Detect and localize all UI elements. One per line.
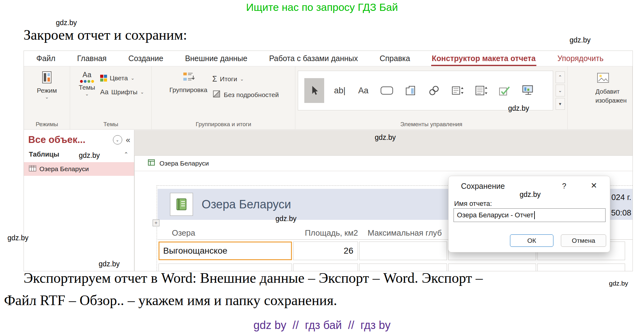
gdz-watermark: gdz.by bbox=[7, 234, 29, 242]
layout-move-handle-icon[interactable]: + bbox=[153, 220, 159, 226]
instruction-line-2: Файл RTF – Обзор.. – укажем имя и папку … bbox=[4, 292, 337, 309]
gdz-watermark: gdz.by bbox=[99, 260, 120, 268]
cell-lake-name[interactable]: Выгонощанское bbox=[159, 242, 292, 260]
grouping-icon bbox=[182, 71, 195, 85]
report-time-fragment: 50:08 bbox=[611, 208, 631, 218]
table-icon bbox=[29, 165, 36, 173]
column-header-depth[interactable]: Максимальная глуб bbox=[368, 228, 442, 238]
nav-item-label: Озера Беларуси bbox=[39, 165, 89, 173]
shutter-bar-close-icon[interactable]: « bbox=[126, 135, 130, 145]
fonts-icon: Аа bbox=[100, 88, 109, 96]
themes-icon: Аа bbox=[80, 71, 94, 83]
report-name-label: Имя отчета: bbox=[454, 200, 492, 208]
close-icon[interactable]: ✕ bbox=[591, 181, 597, 190]
report-icon bbox=[148, 159, 155, 168]
themes-button-label: Темы bbox=[79, 84, 95, 91]
controls-scroll-up-icon[interactable]: ⌃ bbox=[556, 71, 565, 83]
gdz-watermark: gdz.by bbox=[56, 19, 77, 27]
gdz-watermark: gdz.by bbox=[79, 151, 100, 160]
document-tab[interactable]: Озера Беларуси bbox=[135, 156, 633, 171]
report-left-boundary bbox=[157, 185, 157, 271]
nav-item-lakes-table[interactable]: Озера Беларуси bbox=[24, 162, 134, 176]
hide-details-button[interactable]: Без подробностей bbox=[210, 89, 280, 100]
ribbon-group-grouping: Группировка Σ Итоги ⌄ Без подробност bbox=[152, 66, 295, 129]
ribbon-group-controls: ab| Aa bbox=[295, 66, 567, 129]
colors-button[interactable]: Цвета ⌄ bbox=[98, 74, 146, 82]
group-label-views: Режимы bbox=[24, 121, 70, 128]
cancel-button[interactable]: Отмена bbox=[561, 234, 606, 247]
cell-empty[interactable] bbox=[537, 264, 625, 271]
document-tab-label: Озера Беларуси bbox=[159, 160, 209, 167]
totals-button-label: Итоги bbox=[220, 75, 237, 83]
select-cursor-icon[interactable] bbox=[304, 78, 324, 103]
report-logo-icon[interactable] bbox=[170, 193, 193, 216]
column-header-area[interactable]: Площадь, км2 bbox=[294, 228, 358, 238]
combobox-icon[interactable] bbox=[449, 76, 466, 105]
textbox-icon[interactable]: ab| bbox=[332, 76, 348, 105]
page: Ищите нас по запросу ГДЗ Бай gdz.by gdz.… bbox=[0, 0, 644, 333]
cell-empty[interactable] bbox=[359, 242, 447, 260]
text-cursor bbox=[534, 211, 535, 219]
insert-image-button[interactable]: Добавит изображен bbox=[593, 69, 630, 120]
report-date-fragment: 024 г. bbox=[611, 193, 631, 202]
totals-button[interactable]: Σ Итоги ⌄ bbox=[210, 74, 280, 84]
ribbon-group-themes: Аа Темы ⌄ Цвета ⌄ Аа bbox=[70, 66, 152, 129]
chart-icon[interactable] bbox=[520, 76, 536, 105]
ribbon-tab-report-layout-design[interactable]: Конструктор макета отчета bbox=[431, 51, 536, 66]
fonts-button[interactable]: Аа Шрифты ⌄ bbox=[98, 87, 146, 97]
gdz-watermark: gdz.by bbox=[508, 104, 529, 113]
ribbon-tab-create[interactable]: Создание bbox=[128, 51, 164, 66]
report-title[interactable]: Озера Беларуси bbox=[202, 198, 291, 211]
ribbon-tab-external-data[interactable]: Внешние данные bbox=[184, 51, 248, 66]
chevron-down-icon: ⌄ bbox=[131, 76, 135, 80]
help-icon[interactable]: ? bbox=[562, 182, 566, 190]
hide-details-icon bbox=[212, 90, 221, 100]
nav-pane-title: Все объек... bbox=[28, 134, 85, 145]
view-icon bbox=[40, 71, 54, 86]
promo-banner: Ищите нас по запросу ГДЗ Бай bbox=[0, 1, 644, 13]
collapse-icon: ⌃ bbox=[124, 151, 128, 158]
label-icon[interactable]: Aa bbox=[355, 76, 371, 105]
ribbon-tab-database-tools[interactable]: Работа с базами данных bbox=[268, 51, 358, 66]
tab-control-icon[interactable] bbox=[402, 76, 418, 105]
cell-area-value[interactable]: 26 bbox=[293, 242, 358, 260]
group-label-controls: Элементы управления bbox=[295, 121, 567, 128]
instruction-line-1: Экспортируем отчет в Word: Внешние данны… bbox=[24, 270, 483, 286]
column-header-lake[interactable]: Озера bbox=[172, 228, 195, 238]
ribbon: Режим ⌄ Режимы Аа Темы ⌄ bbox=[24, 66, 633, 130]
gdz-watermark: gdz.by bbox=[570, 36, 591, 44]
page-title: Закроем отчет и сохраним: bbox=[24, 27, 187, 43]
chevron-down-icon: ⌄ bbox=[45, 95, 49, 99]
button-icon[interactable] bbox=[379, 76, 395, 105]
ribbon-group-insert-image: Добавит изображен bbox=[568, 66, 633, 129]
ribbon-tab-arrange[interactable]: Упорядочить bbox=[557, 51, 604, 66]
insert-image-label-line1: Добавит bbox=[596, 87, 620, 95]
ribbon-tab-help[interactable]: Справка bbox=[379, 51, 411, 66]
view-button-label: Режим bbox=[37, 87, 57, 94]
ok-button[interactable]: ОК bbox=[510, 234, 553, 247]
hyperlink-icon[interactable] bbox=[426, 76, 442, 105]
ribbon-tab-home[interactable]: Главная bbox=[76, 51, 107, 66]
controls-more-icon[interactable]: ▾ bbox=[556, 98, 565, 110]
sigma-icon: Σ bbox=[212, 74, 217, 83]
gdz-watermark: gdz.by bbox=[275, 215, 297, 223]
grouping-button[interactable]: Группировка bbox=[166, 69, 210, 120]
save-dialog: Сохранение ? ✕ Имя отчета: Озера Беларус… bbox=[448, 176, 610, 252]
fonts-button-label: Шрифты bbox=[111, 88, 137, 96]
dialog-title: Сохранение bbox=[461, 182, 505, 191]
view-button[interactable]: Режим ⌄ bbox=[34, 69, 60, 120]
nav-menu-button[interactable]: ⌄ bbox=[113, 135, 122, 144]
gdz-watermark: gdz.by bbox=[375, 133, 396, 142]
hide-details-label: Без подробностей bbox=[224, 91, 279, 99]
colors-button-label: Цвета bbox=[110, 74, 128, 82]
controls-scroll-down-icon[interactable]: ⌄ bbox=[556, 85, 565, 96]
checkbox-icon[interactable] bbox=[497, 76, 513, 105]
report-name-input[interactable]: Озера Беларуси - Отчет bbox=[454, 208, 606, 222]
listbox-icon[interactable] bbox=[473, 76, 489, 105]
nav-group-label: Таблицы bbox=[29, 150, 59, 158]
gdz-watermark: gdz.by bbox=[520, 190, 541, 199]
insert-image-label-line2: изображен bbox=[596, 96, 627, 104]
themes-button[interactable]: Аа Темы ⌄ bbox=[76, 69, 98, 120]
controls-scrollbar: ⌃ ⌄ ▾ bbox=[556, 71, 565, 120]
ribbon-tab-file[interactable]: Файл bbox=[36, 51, 56, 66]
